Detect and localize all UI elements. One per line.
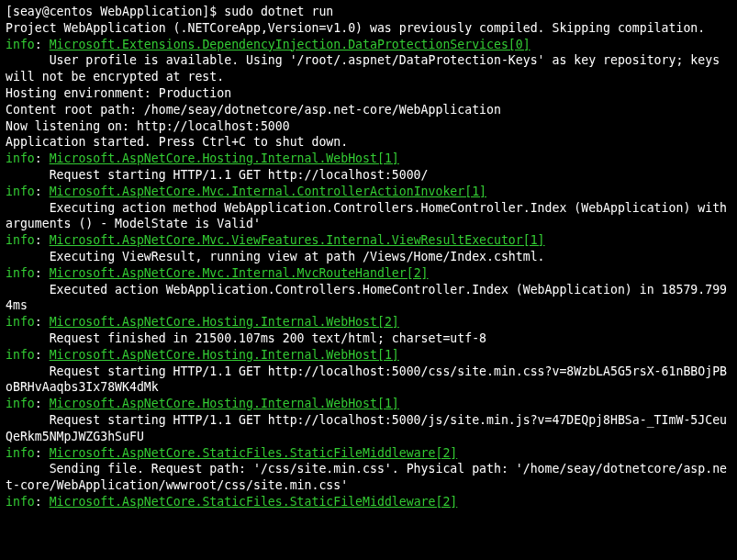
- log-level-info: info: [6, 151, 35, 165]
- log-plain: Content root path: /home/seay/dotnetcore…: [6, 103, 501, 117]
- logger-name: Microsoft.AspNetCore.StaticFiles.StaticF…: [50, 495, 458, 509]
- log-level-info: info: [6, 495, 35, 509]
- terminal-output[interactable]: [seay@centos WebApplication]$ sudo dotne…: [0, 0, 737, 514]
- shell-prompt: [seay@centos WebApplication]$: [6, 5, 224, 18]
- log-message: Executing ViewResult, running view at pa…: [6, 250, 545, 263]
- log-plain: Now listening on: http://localhost:5000: [6, 119, 290, 133]
- logger-name: Microsoft.AspNetCore.Mvc.Internal.MvcRou…: [50, 266, 429, 280]
- log-message: Sending file. Request path: '/css/site.m…: [6, 462, 727, 492]
- logger-name: Microsoft.AspNetCore.StaticFiles.StaticF…: [50, 446, 458, 460]
- log-level-info: info: [6, 233, 35, 247]
- log-level-info: info: [6, 38, 35, 51]
- log-colon: :: [35, 233, 50, 247]
- log-colon: :: [35, 446, 50, 460]
- log-colon: :: [35, 495, 50, 509]
- log-colon: :: [35, 348, 50, 362]
- log-level-info: info: [6, 185, 35, 198]
- shell-command: sudo dotnet run: [224, 5, 333, 18]
- log-level-info: info: [6, 446, 35, 460]
- logger-name: Microsoft.AspNetCore.Mvc.Internal.Contro…: [50, 185, 486, 198]
- logger-name: Microsoft.AspNetCore.Hosting.Internal.We…: [50, 151, 399, 165]
- log-message: User profile is available. Using '/root/…: [6, 53, 727, 84]
- log-plain: Hosting environment: Production: [6, 86, 231, 100]
- log-level-info: info: [6, 266, 35, 280]
- logger-name: Microsoft.AspNetCore.Hosting.Internal.We…: [50, 315, 399, 329]
- log-message: Request starting HTTP/1.1 GET http://loc…: [6, 413, 727, 443]
- log-colon: :: [35, 397, 50, 410]
- log-colon: :: [35, 185, 50, 198]
- logger-name: Microsoft.Extensions.DependencyInjection…: [50, 38, 530, 51]
- log-message: Executed action WebApplication.Controlle…: [6, 283, 727, 313]
- log-message: Executing action method WebApplication.C…: [6, 201, 734, 231]
- logger-name: Microsoft.AspNetCore.Mvc.ViewFeatures.In…: [50, 233, 545, 247]
- log-level-info: info: [6, 315, 35, 329]
- startup-line: Project WebApplication (.NETCoreApp,Vers…: [6, 21, 705, 35]
- log-colon: :: [35, 151, 50, 165]
- log-level-info: info: [6, 348, 35, 362]
- log-message: Request starting HTTP/1.1 GET http://loc…: [6, 364, 727, 395]
- log-colon: :: [35, 315, 50, 329]
- log-colon: :: [35, 266, 50, 280]
- log-plain: Application started. Press Ctrl+C to shu…: [6, 135, 348, 149]
- log-level-info: info: [6, 397, 35, 410]
- log-colon: :: [35, 38, 50, 51]
- logger-name: Microsoft.AspNetCore.Hosting.Internal.We…: [50, 348, 399, 362]
- log-message: Request starting HTTP/1.1 GET http://loc…: [6, 168, 429, 182]
- logger-name: Microsoft.AspNetCore.Hosting.Internal.We…: [50, 397, 399, 410]
- log-message: Request finished in 21500.107ms 200 text…: [6, 331, 486, 345]
